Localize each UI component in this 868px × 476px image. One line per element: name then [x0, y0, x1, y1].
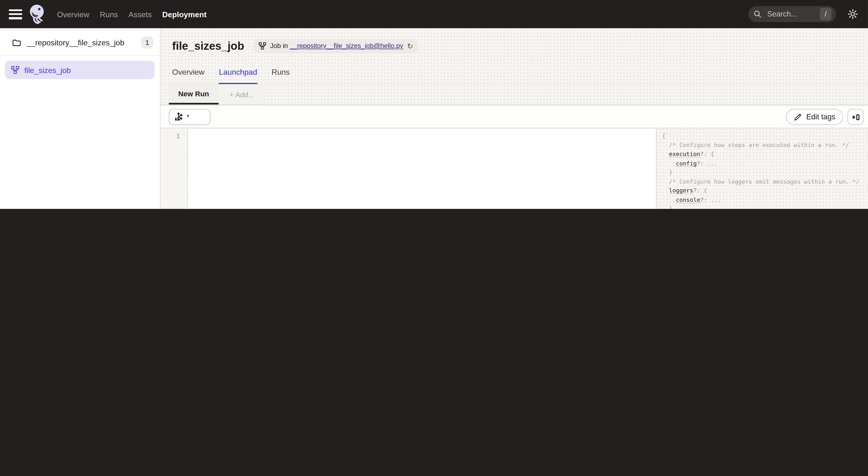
nav-item-runs[interactable]: Runs	[100, 10, 118, 19]
job-graph-icon	[259, 42, 267, 50]
nav-links: Overview Runs Assets Deployment	[57, 10, 207, 19]
schema-code-line: /* Configure how steps are executed with…	[662, 140, 867, 149]
schema-code-line: execution?: {	[662, 149, 867, 159]
config-tab-new-run[interactable]: New Run	[169, 85, 218, 105]
edit-tags-label: Edit tags	[806, 113, 835, 121]
sidebar-repo-header[interactable]: __repository__file_sizes_job 1	[0, 28, 160, 56]
op-selector-icon	[174, 112, 183, 122]
schema-code-line: config?: ...	[662, 159, 867, 168]
schema-code-line: loggers?: {	[662, 186, 867, 195]
gear-icon[interactable]	[847, 9, 858, 19]
sidebar-item-label: file_sizes_job	[24, 66, 71, 74]
repo-link[interactable]: __repository__file_sizes_job@hello.py	[290, 42, 403, 50]
edit-tags-button[interactable]: Edit tags	[786, 109, 843, 125]
repo-count-badge: 1	[141, 36, 153, 48]
schema-code-line: }	[662, 204, 867, 209]
tab-launchpad[interactable]: Launchpad	[219, 61, 257, 84]
config-schema-pane: { /* Configure how steps are executed wi…	[656, 129, 868, 209]
search-shortcut-badge: /	[820, 8, 832, 21]
job-tabs: Overview Launchpad Runs	[172, 61, 290, 84]
config-editor[interactable]	[188, 129, 656, 209]
main-content: file_sizes_job Job in __repository__file…	[160, 28, 868, 209]
dagster-logo-icon[interactable]	[27, 3, 47, 25]
editor-gutter: 1	[160, 129, 188, 209]
line-number: 1	[176, 133, 180, 140]
sidebar-item-file-sizes-job[interactable]: file_sizes_job	[5, 61, 154, 79]
schema-code-line: {	[662, 131, 867, 140]
launchpad-toolbar: * Edit tags	[160, 105, 868, 128]
collapse-panel-button[interactable]	[847, 109, 864, 125]
pencil-icon	[794, 113, 802, 121]
nav-item-overview[interactable]: Overview	[57, 10, 89, 19]
breadcrumb-prefix: Job in __repository__file_sizes_job@hell…	[270, 42, 403, 50]
search-box[interactable]: /	[748, 6, 836, 22]
tab-overview[interactable]: Overview	[172, 61, 205, 84]
op-selector-input[interactable]: *	[169, 109, 210, 125]
op-selector-value: *	[187, 113, 189, 121]
page-header: file_sizes_job Job in __repository__file…	[172, 35, 419, 57]
nav-item-assets[interactable]: Assets	[128, 10, 152, 19]
search-icon	[753, 10, 762, 18]
top-nav: Overview Runs Assets Deployment /	[0, 0, 868, 28]
search-input[interactable]	[766, 9, 806, 19]
sidebar: __repository__file_sizes_job 1 file_size…	[0, 28, 160, 209]
page-title: file_sizes_job	[172, 39, 244, 52]
schema-code-line: }	[662, 168, 867, 177]
expand-panel-icon	[851, 112, 860, 121]
menu-icon[interactable]	[9, 9, 22, 19]
launchpad-config-tabs: New Run + Add...	[160, 85, 868, 105]
app-root: Overview Runs Assets Deployment / __re	[0, 0, 868, 209]
schema-code-line: /* Configure how loggers emit messages w…	[662, 177, 867, 186]
job-graph-icon	[11, 66, 20, 74]
folder-icon	[12, 38, 21, 46]
breadcrumb: Job in __repository__file_sizes_job@hell…	[253, 38, 419, 54]
tab-runs[interactable]: Runs	[272, 61, 290, 84]
schema-code-line: console?: ...	[662, 195, 867, 204]
reload-location-icon[interactable]: ↻	[407, 42, 413, 50]
repo-name: __repository__file_sizes_job	[27, 38, 141, 47]
add-config-tab-button[interactable]: + Add...	[220, 85, 264, 105]
nav-item-deployment[interactable]: Deployment	[162, 10, 207, 19]
